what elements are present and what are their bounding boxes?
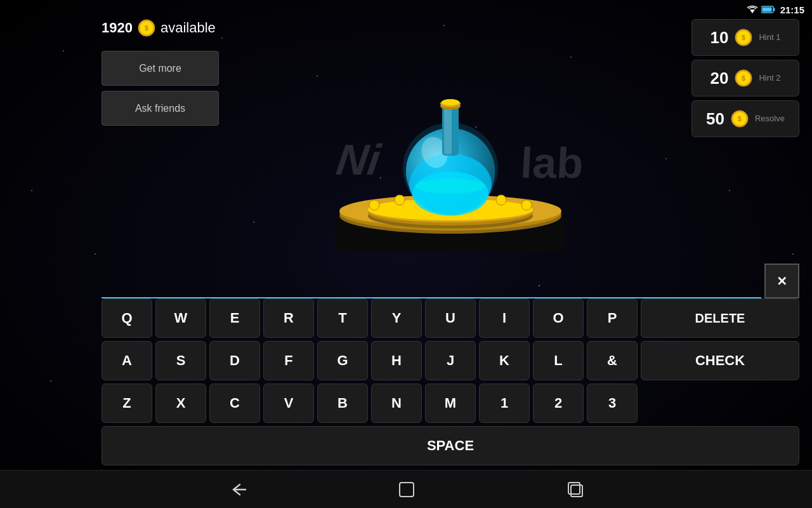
key-3[interactable]: 3	[587, 384, 638, 423]
hint1-label: Hint 1	[759, 32, 780, 43]
hints-panel: 10 $ Hint 1 20 $ Hint 2 50 $ Resolve	[691, 19, 799, 137]
back-icon	[228, 483, 246, 497]
hint1-button[interactable]: 10 $ Hint 1	[691, 19, 799, 56]
coin-icon: $	[138, 19, 155, 37]
ask-friends-button[interactable]: Ask friends	[102, 91, 219, 126]
key-v[interactable]: V	[263, 384, 314, 423]
coin-area: 1920 $ available	[102, 19, 216, 37]
svg-rect-44	[568, 483, 580, 494]
key-m[interactable]: M	[425, 384, 476, 423]
svg-rect-36	[444, 106, 452, 154]
key-p[interactable]: P	[587, 298, 638, 338]
hint2-label: Hint 2	[759, 73, 780, 83]
coin-count: 1920	[102, 20, 133, 36]
svg-text:$: $	[742, 74, 746, 82]
key-ampersand[interactable]: &	[587, 341, 638, 380]
svg-point-40	[416, 178, 485, 194]
home-icon	[398, 481, 415, 498]
resolve-label: Resolve	[755, 114, 785, 124]
svg-rect-45	[571, 485, 582, 497]
home-button[interactable]	[386, 475, 428, 504]
time-display: 21:15	[780, 4, 804, 15]
key-2[interactable]: 2	[533, 384, 584, 423]
key-l[interactable]: L	[533, 341, 584, 380]
key-z[interactable]: Z	[102, 384, 152, 423]
key-e[interactable]: E	[209, 298, 260, 338]
resolve-info: Resolve	[755, 114, 785, 124]
delete-button[interactable]: DELETE	[641, 298, 799, 338]
key-x[interactable]: X	[155, 384, 206, 423]
hint2-info: Hint 2	[759, 73, 780, 83]
get-more-button[interactable]: Get more	[102, 51, 219, 86]
key-y[interactable]: Y	[371, 298, 422, 338]
resolve-button[interactable]: 50 $ Resolve	[691, 100, 799, 137]
keyboard-row-1: Q W E R T Y U I O P DELETE	[102, 298, 799, 338]
space-button[interactable]: SPACE	[102, 426, 799, 465]
hint2-coin-icon: $	[735, 69, 752, 87]
svg-point-26	[496, 195, 506, 205]
key-k[interactable]: K	[479, 341, 530, 380]
battery-icon	[761, 6, 775, 13]
key-u[interactable]: U	[425, 298, 476, 338]
svg-marker-0	[750, 10, 755, 13]
hint1-cost: 10	[710, 28, 729, 48]
key-t[interactable]: T	[317, 298, 368, 338]
flask-illustration: Ni lab	[317, 29, 584, 257]
keyboard-row-4: SPACE	[102, 426, 799, 465]
svg-text:$: $	[738, 115, 742, 123]
svg-text:Ni: Ni	[334, 135, 385, 184]
wifi-icon	[747, 5, 758, 14]
key-b[interactable]: B	[317, 384, 368, 423]
key-r[interactable]: R	[263, 298, 314, 338]
coin-available-label: available	[160, 20, 216, 36]
key-a[interactable]: A	[102, 341, 152, 380]
svg-text:$: $	[742, 34, 746, 41]
status-bar: 21:15	[685, 0, 812, 19]
key-o[interactable]: O	[533, 298, 584, 338]
action-buttons: Get more Ask friends	[102, 51, 219, 126]
key-f[interactable]: F	[263, 341, 314, 380]
input-area: ✕	[102, 260, 799, 298]
key-h[interactable]: H	[371, 341, 422, 380]
hint2-button[interactable]: 20 $ Hint 2	[691, 60, 799, 97]
key-c[interactable]: C	[209, 384, 260, 423]
key-q[interactable]: Q	[102, 298, 152, 338]
key-i[interactable]: I	[479, 298, 530, 338]
clear-button[interactable]: ✕	[764, 264, 799, 298]
svg-point-24	[369, 200, 379, 210]
svg-text:$: $	[145, 24, 148, 32]
key-g[interactable]: G	[317, 341, 368, 380]
back-button[interactable]	[216, 476, 259, 503]
keyboard: Q W E R T Y U I O P DELETE A S D F G H J…	[102, 298, 799, 465]
status-icons	[747, 5, 775, 14]
main-image-area: Ni lab	[222, 19, 679, 267]
hint1-info: Hint 1	[759, 32, 780, 43]
keyboard-row-3: Z X C V B N M 1 2 3	[102, 384, 799, 423]
key-n[interactable]: N	[371, 384, 422, 423]
svg-point-39	[442, 99, 459, 105]
recent-icon	[567, 481, 584, 498]
key-d[interactable]: D	[209, 341, 260, 380]
key-s[interactable]: S	[155, 341, 206, 380]
hint1-coin-icon: $	[735, 29, 752, 46]
recent-button[interactable]	[554, 475, 596, 504]
resolve-coin-icon: $	[731, 110, 749, 128]
svg-rect-2	[773, 8, 775, 11]
svg-rect-3	[762, 8, 771, 12]
key-1[interactable]: 1	[479, 384, 530, 423]
svg-text:lab: lab	[516, 138, 584, 187]
hint2-cost: 20	[710, 69, 729, 88]
key-j[interactable]: J	[425, 341, 476, 380]
svg-rect-43	[400, 483, 414, 497]
answer-input[interactable]	[102, 267, 761, 298]
svg-point-25	[395, 195, 405, 205]
check-button[interactable]: CHECK	[641, 341, 799, 380]
nav-bar	[0, 470, 812, 508]
key-w[interactable]: W	[155, 298, 206, 338]
keyboard-row-2: A S D F G H J K L & CHECK	[102, 341, 799, 380]
resolve-cost: 50	[706, 109, 724, 129]
svg-point-27	[521, 200, 532, 210]
